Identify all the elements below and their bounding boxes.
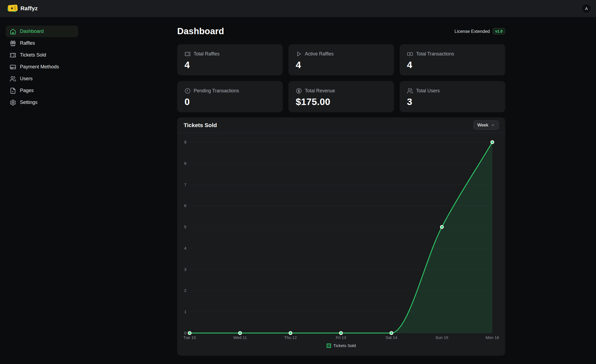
svg-text:2: 2	[184, 288, 186, 293]
sidebar-item-raffles[interactable]: Raffles	[6, 37, 78, 49]
range-selector[interactable]: Week	[473, 120, 499, 130]
stat-label: Pending Transactions	[194, 88, 239, 94]
legend-label: Tickets Sold	[333, 343, 356, 348]
brand[interactable]: ★ Raffyz	[8, 4, 38, 12]
svg-text:6: 6	[184, 203, 186, 208]
sidebar-item-pages[interactable]: Pages	[6, 85, 78, 96]
sidebar-item-label: Settings	[20, 100, 37, 105]
stat-label: Total Transactions	[416, 51, 454, 57]
dollar-circle-icon	[296, 88, 302, 94]
chart-legend[interactable]: Tickets Sold	[177, 342, 505, 350]
stat-label: Total Revenue	[305, 88, 335, 94]
stat-value: 3	[407, 96, 498, 107]
stat-value: $175.00	[296, 96, 387, 107]
svg-text:Sun 15: Sun 15	[435, 335, 448, 340]
range-value: Week	[477, 123, 488, 128]
stat-label: Total Raffles	[194, 51, 219, 57]
clock-icon	[184, 88, 191, 94]
home-icon	[10, 28, 16, 35]
legend-swatch	[327, 344, 331, 348]
line-chart: 0123456789Tue 10Wed 11Thu 12Fri 13Sat 14…	[177, 133, 505, 342]
stats-grid: Total Raffles4Active Raffles4Total Trans…	[177, 44, 505, 112]
sidebar: DashboardRafflesTickets SoldPayment Meth…	[0, 17, 78, 356]
stat-card-total-transactions: Total Transactions4	[400, 44, 505, 75]
chart-title: Tickets Sold	[184, 122, 217, 128]
sidebar-item-dashboard[interactable]: Dashboard	[6, 26, 78, 37]
stat-label: Active Raffles	[305, 51, 334, 57]
sidebar-item-label: Tickets Sold	[20, 52, 46, 58]
svg-text:Fri 13: Fri 13	[336, 335, 346, 340]
license-info: License Extended v1.0	[455, 28, 505, 34]
sidebar-item-label: Dashboard	[20, 29, 44, 34]
svg-text:5: 5	[184, 225, 186, 229]
svg-text:3: 3	[184, 267, 186, 272]
stat-value: 4	[407, 60, 498, 70]
license-label: License Extended	[455, 29, 490, 34]
svg-text:Wed 11: Wed 11	[233, 335, 247, 340]
svg-text:Mon 16: Mon 16	[486, 335, 499, 340]
topbar: ★ Raffyz A	[0, 0, 596, 17]
credit-card-icon	[10, 64, 16, 70]
stat-card-total-raffles: Total Raffles4	[177, 44, 283, 75]
svg-text:8: 8	[184, 161, 186, 166]
sidebar-item-users[interactable]: Users	[6, 73, 78, 85]
stat-value: 4	[296, 60, 387, 70]
chevron-down-icon	[491, 123, 495, 127]
sidebar-item-tickets-sold[interactable]: Tickets Sold	[6, 49, 78, 61]
star-icon: ★	[10, 6, 14, 10]
brand-name: Raffyz	[20, 5, 38, 12]
sidebar-item-label: Users	[20, 76, 33, 82]
sidebar-item-label: Raffles	[20, 40, 35, 46]
stat-card-total-users: Total Users3	[400, 81, 505, 112]
users-icon	[10, 76, 16, 82]
svg-text:7: 7	[184, 182, 186, 187]
page-icon	[10, 88, 16, 94]
version-badge: v1.0	[493, 28, 505, 34]
svg-text:1: 1	[184, 309, 186, 314]
avatar[interactable]: A	[582, 4, 591, 13]
users-icon	[407, 88, 413, 94]
sidebar-item-payment-methods[interactable]: Payment Methods	[6, 61, 78, 73]
ticket-icon	[184, 51, 191, 57]
stat-card-pending-transactions: Pending Transactions0	[177, 81, 283, 112]
raffyz-logo-icon: ★	[8, 4, 18, 12]
stat-value: 0	[184, 96, 276, 107]
gift-icon	[10, 40, 16, 47]
ticket-icon	[10, 52, 16, 58]
stat-value: 4	[184, 60, 276, 70]
banknote-icon	[407, 51, 413, 57]
play-icon	[296, 51, 302, 57]
avatar-initial: A	[585, 6, 588, 11]
svg-text:Sat 14: Sat 14	[386, 335, 397, 340]
svg-text:9: 9	[184, 140, 186, 144]
tickets-sold-chart-card: Tickets Sold Week 0123456789Tue 10Wed 11…	[177, 117, 505, 356]
svg-text:0: 0	[184, 331, 186, 335]
svg-text:Tue 10: Tue 10	[183, 335, 196, 340]
stat-label: Total Users	[416, 88, 440, 94]
svg-text:Thu 12: Thu 12	[284, 335, 297, 340]
stat-card-active-raffles: Active Raffles4	[288, 44, 394, 75]
svg-text:4: 4	[184, 246, 186, 250]
gear-icon	[10, 99, 16, 106]
sidebar-item-label: Pages	[20, 88, 34, 93]
sidebar-item-settings[interactable]: Settings	[6, 97, 78, 108]
page-title: Dashboard	[177, 26, 224, 36]
stat-card-total-revenue: Total Revenue$175.00	[288, 81, 394, 112]
sidebar-item-label: Payment Methods	[20, 64, 59, 70]
